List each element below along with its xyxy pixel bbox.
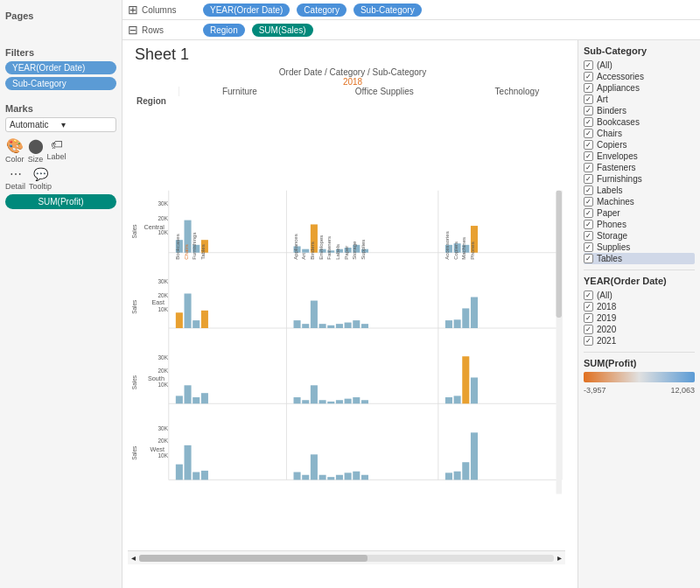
- filter-appliances[interactable]: Appliances: [584, 82, 695, 94]
- checkbox-2020[interactable]: [584, 325, 593, 334]
- bar-east-binders: [311, 301, 318, 328]
- filter-accessories-label: Accessories: [597, 72, 644, 81]
- filter-binders[interactable]: Binders: [584, 105, 695, 116]
- sum-sales-pill[interactable]: SUM(Sales): [252, 24, 313, 37]
- filter-accessories[interactable]: Accessories: [584, 71, 695, 82]
- size-icon: ⬤: [28, 137, 44, 154]
- bar-south-machines: [462, 356, 469, 403]
- scroll-left-arrow[interactable]: ◂: [131, 553, 136, 563]
- checkbox-fasteners[interactable]: [584, 163, 593, 172]
- checkbox-all[interactable]: [584, 60, 593, 70]
- checkbox-storage[interactable]: [584, 231, 593, 241]
- filter-year[interactable]: YEAR(Order Date): [5, 61, 116, 74]
- filter-envelopes[interactable]: Envelopes: [584, 150, 695, 162]
- checkbox-copiers[interactable]: [584, 140, 593, 150]
- bar-central-art: [302, 249, 309, 253]
- svg-text:20K: 20K: [158, 215, 168, 221]
- left-panel: Pages Filters YEAR(Order Date) Sub-Categ…: [0, 0, 122, 588]
- checkbox-labels[interactable]: [584, 186, 593, 195]
- filter-art[interactable]: Art: [584, 94, 695, 105]
- bar-south-bookcases: [176, 396, 183, 403]
- bar-east-accessories: [445, 320, 452, 328]
- svg-text:30K: 30K: [158, 425, 168, 431]
- checkbox-binders[interactable]: [584, 106, 593, 116]
- filter-year-2020[interactable]: 2020: [584, 324, 695, 335]
- filter-paper[interactable]: Paper: [584, 207, 695, 219]
- filter-labels[interactable]: Labels: [584, 185, 695, 196]
- filter-storage[interactable]: Storage: [584, 230, 695, 242]
- detail-label: Detail: [5, 182, 25, 191]
- columns-row: ⊞ Columns YEAR(Order Date) Category Sub-…: [122, 0, 700, 20]
- filter-year-2021[interactable]: 2021: [584, 335, 695, 346]
- checkbox-art[interactable]: [584, 94, 593, 104]
- filter-year-2019[interactable]: 2019: [584, 312, 695, 324]
- xlabel-machines: Machines: [461, 237, 466, 260]
- checkbox-2021[interactable]: [584, 336, 593, 346]
- checkbox-bookcases[interactable]: [584, 117, 593, 127]
- horiz-scrollbar-track[interactable]: [139, 555, 554, 562]
- category-pill[interactable]: Category: [297, 4, 346, 17]
- filter-all[interactable]: (All): [584, 60, 695, 71]
- filter-year-all[interactable]: (All): [584, 290, 695, 301]
- year-order-date-pill[interactable]: YEAR(Order Date): [203, 4, 290, 17]
- filter-bookcases[interactable]: Bookcases: [584, 116, 695, 128]
- color-button[interactable]: 🎨 Color: [5, 137, 24, 164]
- bar-south-furnishings: [192, 397, 200, 403]
- checkbox-envelopes[interactable]: [584, 151, 593, 161]
- svg-text:20K: 20K: [158, 292, 168, 298]
- filter-fasteners[interactable]: Fasteners: [584, 162, 695, 173]
- marks-type-dropdown[interactable]: Automatic ▾: [5, 117, 116, 132]
- filter-tables[interactable]: Tables: [584, 253, 695, 264]
- tooltip-icon: 💬: [33, 167, 48, 181]
- detail-button[interactable]: ⋯ Detail: [5, 167, 25, 191]
- checkbox-chairs[interactable]: [584, 129, 593, 138]
- subcategory-col-pill[interactable]: Sub-Category: [354, 4, 422, 17]
- sales-axis-west: Sales: [131, 446, 137, 460]
- bar-east-phones: [471, 298, 478, 328]
- filter-phones[interactable]: Phones: [584, 219, 695, 230]
- pages-title: Pages: [5, 10, 116, 21]
- tooltip-button[interactable]: 💬 Tooltip: [29, 167, 52, 191]
- filter-chairs[interactable]: Chairs: [584, 128, 695, 139]
- xlabel-paper: Paper: [344, 246, 349, 260]
- sales-axis-east: Sales: [131, 300, 137, 314]
- region-pill[interactable]: Region: [203, 24, 245, 37]
- bottom-scroll[interactable]: ◂ ▸: [128, 550, 565, 564]
- profit-color-bar: [584, 372, 695, 382]
- checkbox-paper[interactable]: [584, 208, 593, 218]
- checkbox-2019[interactable]: [584, 313, 593, 323]
- checkbox-accessories[interactable]: [584, 72, 593, 81]
- filter-copiers[interactable]: Copiers: [584, 139, 695, 150]
- filter-furnishings[interactable]: Furnishings: [584, 173, 695, 185]
- filter-paper-label: Paper: [597, 208, 620, 218]
- bar-west-binders: [311, 454, 318, 480]
- size-button[interactable]: ⬤ Size: [28, 137, 44, 164]
- filter-machines[interactable]: Machines: [584, 196, 695, 207]
- checkbox-year-all[interactable]: [584, 290, 593, 300]
- filters-title: Filters: [5, 47, 116, 58]
- region-header-label: Region: [136, 96, 180, 106]
- bar-west-tables: [201, 471, 208, 480]
- scroll-right-arrow[interactable]: ▸: [557, 553, 562, 563]
- filter-subcategory[interactable]: Sub-Category: [5, 77, 116, 90]
- filter-supplies[interactable]: Supplies: [584, 242, 695, 253]
- bar-west-envelopes: [319, 475, 326, 480]
- checkbox-tables[interactable]: [584, 254, 593, 263]
- checkbox-furnishings[interactable]: [584, 174, 593, 184]
- col-tech: Technology: [469, 87, 565, 96]
- label-button[interactable]: 🏷 Label: [47, 137, 66, 164]
- checkbox-2018[interactable]: [584, 302, 593, 312]
- checkbox-phones[interactable]: [584, 220, 593, 229]
- bar-west-labels: [336, 475, 343, 480]
- profit-min: -3,957: [584, 386, 606, 395]
- checkbox-machines[interactable]: [584, 197, 593, 206]
- sum-profit-pill[interactable]: SUM(Profit): [5, 194, 116, 209]
- color-label: Color: [5, 155, 24, 164]
- filter-chairs-label: Chairs: [597, 129, 622, 138]
- checkbox-appliances[interactable]: [584, 83, 593, 93]
- marks-title: Marks: [5, 103, 116, 114]
- checkbox-supplies[interactable]: [584, 242, 593, 252]
- filter-year-2018[interactable]: 2018: [584, 301, 695, 312]
- horiz-scrollbar-thumb[interactable]: [139, 555, 368, 562]
- filter-phones-label: Phones: [597, 220, 626, 229]
